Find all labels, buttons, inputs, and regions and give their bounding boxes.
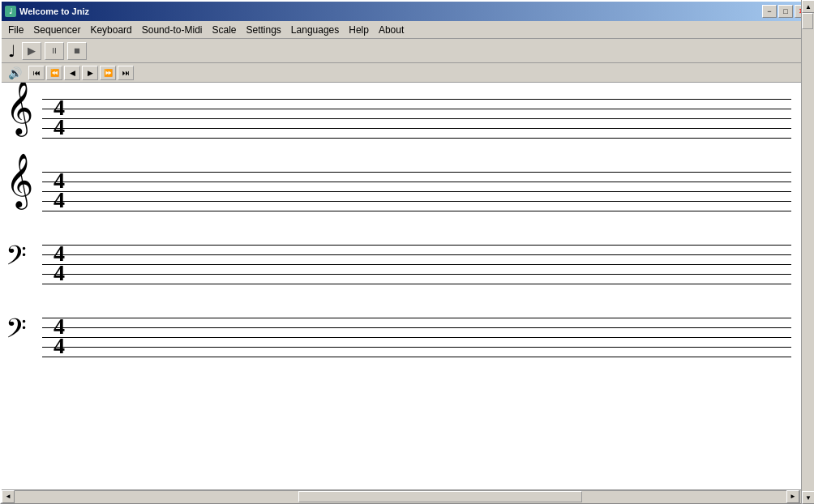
nav-first-button[interactable]: ⏮ <box>28 66 45 80</box>
menu-keyboard[interactable]: Keyboard <box>85 23 136 37</box>
bass-clef-1: 𝄢 <box>6 243 27 275</box>
time-sig-den-4: 4 <box>54 335 65 356</box>
score-area: 𝄞 4 4 <box>2 83 812 489</box>
menu-settings[interactable]: Settings <box>242 23 286 37</box>
maximize-button[interactable]: □ <box>778 5 793 18</box>
staff-bass-1: 𝄢 4 4 <box>2 245 799 293</box>
staff-treble-1: 𝄞 4 4 <box>2 99 799 147</box>
menu-scale[interactable]: Scale <box>207 23 241 37</box>
stop-icon: ⏹ <box>73 46 81 55</box>
treble-clef-1: 𝄞 <box>6 84 33 131</box>
nav-next-fast-button[interactable]: ⏩ <box>100 66 116 80</box>
staff-line-4-1 <box>42 318 791 318</box>
staff-treble-2: 𝄞 4 4 <box>2 172 799 220</box>
staff-line-3-5 <box>42 284 791 284</box>
bottom-area: ◄ ► <box>2 489 812 502</box>
content-container: 𝄞 4 4 <box>2 83 812 489</box>
menu-help[interactable]: Help <box>344 23 374 37</box>
staff-line-1-2 <box>42 109 791 109</box>
toolbar: ♩ ▶ ⏸ ⏹ <box>2 39 812 63</box>
note-icon: ♩ <box>8 41 15 61</box>
transport-bar: 🔊 ⏮ ⏪ ◀ ▶ ⏩ ⏭ <box>2 63 812 83</box>
staff-line-2-2 <box>42 182 791 182</box>
nav-last-button[interactable]: ⏭ <box>118 66 134 80</box>
app-icon: ♩ <box>5 6 16 17</box>
staff-line-2-4 <box>42 201 791 202</box>
nav-prev-fast-button[interactable]: ⏪ <box>46 66 62 80</box>
staff-wrapper-3: 𝄢 4 4 <box>42 245 791 293</box>
staff-line-4-3 <box>42 337 791 338</box>
staff-line-1-4 <box>42 128 791 129</box>
staff-line-4-2 <box>42 327 791 328</box>
staff-wrapper-1: 𝄞 4 4 <box>42 99 791 147</box>
staff-line-4-4 <box>42 347 791 348</box>
staff-line-2-5 <box>42 211 791 211</box>
staff-line-3-1 <box>42 245 791 246</box>
staff-lines-3: 𝄢 4 4 <box>42 245 791 293</box>
main-window: ♩ Welcome to Jniz − □ ✕ File Sequencer K… <box>0 0 814 504</box>
staff-line-3-3 <box>42 264 791 265</box>
vertical-scrollbar[interactable]: ▲ ▼ <box>801 83 812 489</box>
staff-line-4-5 <box>42 357 791 357</box>
volume-icon: 🔊 <box>8 66 22 79</box>
menu-file[interactable]: File <box>3 23 28 37</box>
treble-clef-2: 𝄞 <box>6 157 33 204</box>
staff-line-1-1 <box>42 99 791 100</box>
scroll-left-button[interactable]: ◄ <box>2 490 15 503</box>
scroll-track-horizontal[interactable] <box>15 490 786 503</box>
pause-icon: ⏸ <box>50 46 58 55</box>
staff-lines-4: 𝄢 4 4 <box>42 318 791 366</box>
staff-wrapper-2: 𝄞 4 4 <box>42 172 791 220</box>
staff-line-3-2 <box>42 254 791 255</box>
staff-line-1-3 <box>42 118 791 119</box>
menu-bar: File Sequencer Keyboard Sound-to-Midi Sc… <box>2 21 812 39</box>
staff-line-2-3 <box>42 191 791 192</box>
time-sig-den-3: 4 <box>54 263 65 283</box>
time-sig-den-2: 4 <box>54 190 65 210</box>
nav-prev-button[interactable]: ◀ <box>64 66 80 80</box>
minimize-button[interactable]: − <box>762 5 777 18</box>
time-sig-den-1: 4 <box>54 117 65 137</box>
nav-next-button[interactable]: ▶ <box>82 66 98 80</box>
staff-bass-2: 𝄢 4 4 <box>2 318 799 366</box>
staff-line-1-5 <box>42 138 791 139</box>
play-button[interactable]: ▶ <box>22 42 41 60</box>
menu-sound-to-midi[interactable]: Sound-to-Midi <box>137 23 208 37</box>
scroll-right-button[interactable]: ► <box>786 490 799 503</box>
menu-about[interactable]: About <box>374 23 409 37</box>
title-bar-left: ♩ Welcome to Jniz <box>5 6 89 17</box>
staff-wrapper-4: 𝄢 4 4 <box>42 318 791 366</box>
staff-line-2-1 <box>42 172 791 173</box>
horizontal-scrollbar[interactable]: ◄ ► <box>2 490 799 502</box>
bass-clef-2: 𝄢 <box>6 316 27 348</box>
menu-languages[interactable]: Languages <box>286 23 344 37</box>
pause-button[interactable]: ⏸ <box>45 42 64 60</box>
scroll-thumb-horizontal[interactable] <box>298 491 582 502</box>
window-title: Welcome to Jniz <box>19 6 89 16</box>
staff-lines-2: 𝄞 4 4 <box>42 172 791 220</box>
title-bar: ♩ Welcome to Jniz − □ ✕ <box>2 2 812 21</box>
stop-button[interactable]: ⏹ <box>67 42 87 60</box>
play-icon: ▶ <box>28 45 36 57</box>
staff-container[interactable]: 𝄞 4 4 <box>2 83 799 489</box>
staff-line-3-4 <box>42 274 791 275</box>
staff-lines-1: 𝄞 4 4 <box>42 99 791 147</box>
scroll-track-vertical[interactable] <box>802 83 812 489</box>
menu-sequencer[interactable]: Sequencer <box>28 23 85 37</box>
